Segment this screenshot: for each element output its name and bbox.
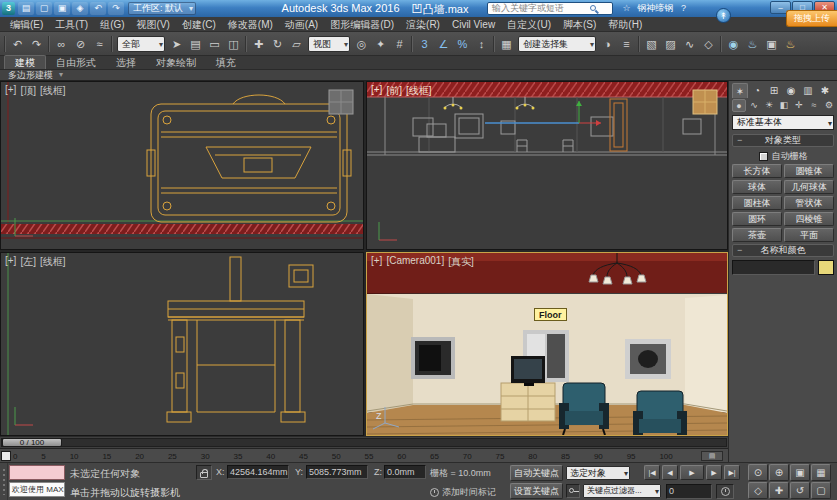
zoom-all-icon[interactable]: ⊕: [769, 464, 789, 481]
menu-item[interactable]: 编辑(E): [4, 17, 49, 32]
bind-to-space-warp-icon[interactable]: ≈: [90, 34, 109, 54]
object-type-button[interactable]: 四棱锥: [784, 212, 834, 226]
select-and-move-icon[interactable]: ✚: [249, 34, 268, 54]
undo-icon[interactable]: ↶: [8, 34, 27, 54]
named-selection-sets-dropdown[interactable]: 创建选择集: [518, 36, 596, 52]
render-production-icon[interactable]: ♨: [781, 34, 800, 54]
keyboard-override-icon[interactable]: #: [390, 34, 409, 54]
new-scene-icon[interactable]: ▢: [36, 2, 52, 15]
trackbar-frame-indicator[interactable]: [1, 451, 11, 461]
lights-category[interactable]: ☀: [762, 99, 776, 112]
ribbon-tab[interactable]: 选择: [106, 56, 146, 69]
key-selection-dropdown[interactable]: 选定对象: [566, 466, 630, 480]
display-tab[interactable]: ▥: [800, 83, 816, 98]
material-editor-icon[interactable]: ◉: [724, 34, 743, 54]
create-tab[interactable]: ✶: [732, 83, 748, 98]
viewport-menu-plus[interactable]: [+]: [371, 84, 382, 98]
select-and-link-icon[interactable]: ∞: [52, 34, 71, 54]
select-and-rotate-icon[interactable]: ↻: [268, 34, 287, 54]
object-type-button[interactable]: 管状体: [784, 196, 834, 210]
schematic-view-icon[interactable]: ◇: [699, 34, 718, 54]
viewport-menu-plus[interactable]: [+]: [5, 255, 16, 269]
percent-snap-icon[interactable]: %: [453, 34, 472, 54]
shapes-category[interactable]: ∿: [747, 99, 761, 112]
zoom-icon[interactable]: ⊙: [748, 464, 768, 481]
hierarchy-tab[interactable]: ⊞: [766, 83, 782, 98]
render-setup-icon[interactable]: ♨: [743, 34, 762, 54]
viewport-shading-label[interactable]: [线框]: [40, 255, 66, 269]
polygon-modeling-panel-label[interactable]: 多边形建模: [8, 70, 63, 80]
menu-item[interactable]: 动画(A): [279, 17, 324, 32]
menu-item[interactable]: 工具(T): [49, 17, 94, 32]
ribbon-tab[interactable]: 自由形式: [46, 56, 106, 69]
select-and-manipulate-icon[interactable]: ✦: [371, 34, 390, 54]
search-box[interactable]: 输入关键字或短语: [487, 2, 613, 15]
redo-quick-icon[interactable]: ↷: [108, 2, 124, 15]
select-and-scale-icon[interactable]: ▱: [287, 34, 306, 54]
next-frame-button[interactable]: ▶: [706, 465, 722, 480]
menu-item[interactable]: 渲染(R): [400, 17, 446, 32]
selection-filter-dropdown[interactable]: 全部: [117, 36, 165, 52]
app-menu-icon[interactable]: ▤: [18, 2, 34, 15]
favorites-icon[interactable]: ☆: [620, 2, 633, 15]
edit-named-sets-icon[interactable]: ▦: [497, 34, 516, 54]
viewport-menu-plus[interactable]: [+]: [5, 84, 16, 98]
save-file-icon[interactable]: ◈: [72, 2, 88, 15]
rendered-frame-icon[interactable]: ▣: [762, 34, 781, 54]
modify-tab[interactable]: ◔: [749, 83, 765, 98]
autogrid-checkbox[interactable]: [759, 152, 768, 161]
object-type-button[interactable]: 圆柱体: [732, 196, 782, 210]
systems-category[interactable]: ⚙: [822, 99, 836, 112]
snaps-toggle-icon[interactable]: 3: [415, 34, 434, 54]
undo-quick-icon[interactable]: ↶: [90, 2, 106, 15]
time-slider-track[interactable]: [1, 438, 727, 447]
select-object-icon[interactable]: ➤: [167, 34, 186, 54]
viewport-shading-label[interactable]: [线框]: [40, 84, 66, 98]
spacewarps-category[interactable]: ≈: [807, 99, 821, 112]
object-name-field[interactable]: [732, 260, 815, 275]
mirror-icon[interactable]: ◑: [598, 34, 617, 54]
menu-item[interactable]: 图形编辑器(D): [324, 17, 400, 32]
object-type-button[interactable]: 平面: [784, 228, 834, 242]
object-type-button[interactable]: 球体: [732, 180, 782, 194]
time-configuration-button[interactable]: [716, 484, 734, 499]
help-icon[interactable]: ?: [677, 2, 690, 15]
open-file-icon[interactable]: ▣: [54, 2, 70, 15]
object-type-rollout-header[interactable]: 对象类型: [732, 134, 834, 147]
object-color-swatch[interactable]: [818, 260, 834, 275]
viewport-pov-label[interactable]: [左]: [20, 255, 36, 269]
menu-item[interactable]: 自定义(U): [501, 17, 557, 32]
menu-item[interactable]: Civil View: [446, 17, 501, 32]
ribbon-panel-bar[interactable]: 多边形建模: [0, 70, 837, 81]
object-type-button[interactable]: 长方体: [732, 164, 782, 178]
track-bar[interactable]: 0510152025303540455055606570758085909510…: [0, 448, 728, 462]
field-of-view-icon[interactable]: ◇: [748, 482, 768, 499]
redo-icon[interactable]: ↷: [27, 34, 46, 54]
search-icon[interactable]: [590, 5, 596, 11]
ribbon-toggle-icon[interactable]: ▨: [661, 34, 680, 54]
time-slider[interactable]: 0 / 100: [0, 436, 728, 448]
set-key-button[interactable]: 设置关键点: [510, 483, 563, 499]
unlink-selection-icon[interactable]: ⊘: [71, 34, 90, 54]
go-to-start-button[interactable]: |◀: [644, 465, 660, 480]
object-type-button[interactable]: 几何球体: [784, 180, 834, 194]
add-time-tag[interactable]: 添加时间标记: [430, 486, 496, 499]
rectangular-region-icon[interactable]: ▭: [205, 34, 224, 54]
current-frame-field[interactable]: 0: [666, 484, 712, 499]
ribbon-tab[interactable]: 对象绘制: [146, 56, 206, 69]
selection-lock-toggle[interactable]: [196, 465, 212, 480]
maximize-viewport-icon[interactable]: ▢: [811, 482, 831, 499]
previous-frame-button[interactable]: ◀: [662, 465, 678, 480]
motion-tab[interactable]: ◉: [783, 83, 799, 98]
x-coordinate-field[interactable]: 42564.164mm: [227, 465, 289, 479]
viewport-pov-label[interactable]: [顶]: [20, 84, 36, 98]
upload-badge[interactable]: 拖拽上传: [786, 10, 837, 27]
spinner-snap-icon[interactable]: ↕: [472, 34, 491, 54]
object-type-button[interactable]: 圆环: [732, 212, 782, 226]
align-icon[interactable]: ≡: [617, 34, 636, 54]
viewport-menu-plus[interactable]: [+]: [371, 255, 382, 269]
workspace-dropdown[interactable]: 工作区: 默认: [128, 2, 196, 15]
maxscript-listener-output[interactable]: 欢迎使用 MAXScript: [9, 482, 65, 497]
viewport-pov-label[interactable]: [前]: [386, 84, 402, 98]
viewport-camera[interactable]: [+] [Camera001] [真实] Floor Z: [366, 252, 728, 436]
